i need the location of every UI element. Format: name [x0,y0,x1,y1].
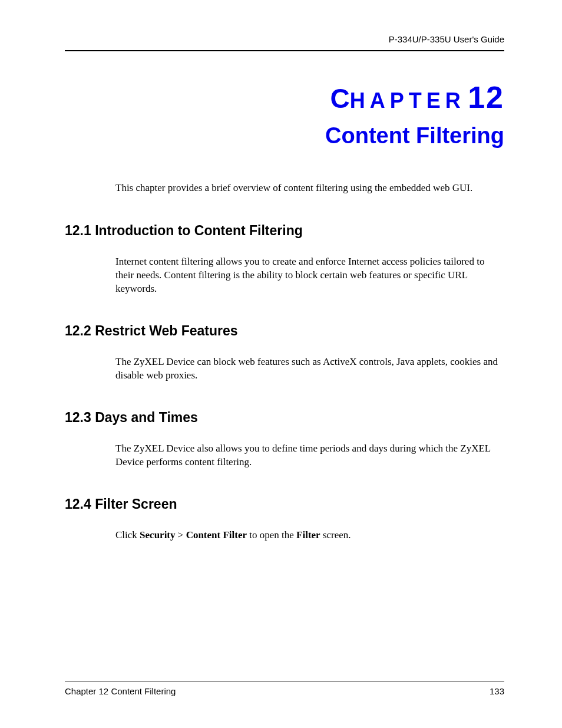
section-heading-4: 12.4 Filter Screen [65,496,504,512]
filter-bold-2: Content Filter [186,529,247,541]
footer: Chapter 12 Content Filtering 133 [65,681,504,696]
section-body-3: The ZyXEL Device also allows you to defi… [115,442,498,469]
chapter-label-first-letter: C [330,83,349,114]
footer-page-number: 133 [490,686,504,696]
filter-bold-1: Security [140,529,175,541]
section-body-2: The ZyXEL Device can block web features … [115,355,498,383]
chapter-label: CHAPTER 12 [65,80,504,115]
chapter-title: Content Filtering [65,123,504,149]
section-heading-2: 12.2 Restrict Web Features [65,323,504,339]
footer-rule [65,681,504,681]
header-rule [65,50,504,51]
filter-mid-1: > [176,529,186,541]
section-heading-3: 12.3 Days and Times [65,410,504,426]
filter-bold-3: Filter [296,529,320,541]
filter-prefix: Click [115,529,140,541]
footer-left: Chapter 12 Content Filtering [65,686,176,696]
header-guide-title: P-334U/P-335U User's Guide [65,34,504,44]
chapter-label-rest: HAPTER [350,88,465,113]
filter-suffix: screen. [320,529,351,541]
section-heading-1: 12.1 Introduction to Content Filtering [65,223,504,239]
section-body-1: Internet content filtering allows you to… [115,255,498,296]
chapter-number: 12 [468,80,504,114]
chapter-intro: This chapter provides a brief overview o… [115,182,504,195]
filter-mid-2: to open the [247,529,296,541]
filter-screen-paragraph: Click Security > Content Filter to open … [115,529,498,542]
